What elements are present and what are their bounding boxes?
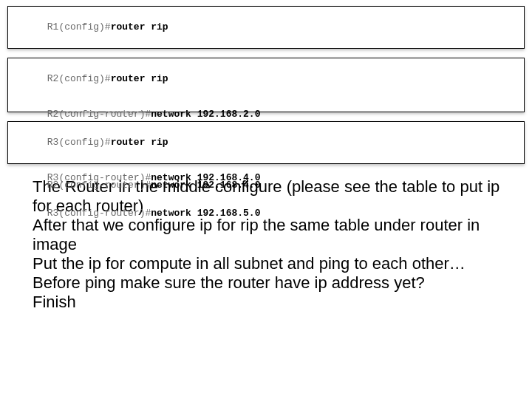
r3-line1-prompt: R3(config-router)# <box>47 172 151 183</box>
body-line-3: Put the ip for compute in all subnet and… <box>33 254 505 273</box>
r2-line0-cmd: router rip <box>111 73 168 84</box>
body-line-4: Before ping make sure the router have ip… <box>33 273 505 293</box>
r1-line0-cmd: router rip <box>111 21 168 33</box>
terminal-r3-line-1: R3(config-router)#network 192.168.4.0 <box>13 160 519 196</box>
r3-line0-prompt: R3(config)# <box>47 137 111 148</box>
r2-line1-prompt: R2(config-router)# <box>47 109 151 120</box>
terminal-r3-line-0: R3(config)#router rip <box>13 125 519 160</box>
terminal-r3-line-2: R3(config-router)#network 192.168.5.0 <box>13 196 519 231</box>
terminal-r1: R1(config)#router rip R1(config-router)#… <box>7 6 525 49</box>
r3-line0-cmd: router rip <box>111 137 168 148</box>
r3-line2-cmd: network 192.168.5.0 <box>151 208 260 219</box>
r2-line0-prompt: R2(config)# <box>47 73 111 84</box>
terminal-r2: R2(config)#router rip R2(config-router)#… <box>7 58 525 112</box>
body-line-5: Finish <box>33 293 505 312</box>
r2-line1-cmd: network 192.168.2.0 <box>151 109 260 120</box>
terminal-r1-line-0: R1(config)#router rip <box>13 10 519 45</box>
r3-line2-prompt: R3(config-router)# <box>47 208 151 219</box>
terminal-r3: R3(config)#router rip R3(config-router)#… <box>7 121 525 164</box>
terminal-r2-line-0: R2(config)#router rip <box>13 61 519 97</box>
page: The Router in the middle configure (plea… <box>0 0 532 399</box>
r1-line0-prompt: R1(config)# <box>47 21 111 33</box>
r3-line1-cmd: network 192.168.4.0 <box>151 172 260 183</box>
